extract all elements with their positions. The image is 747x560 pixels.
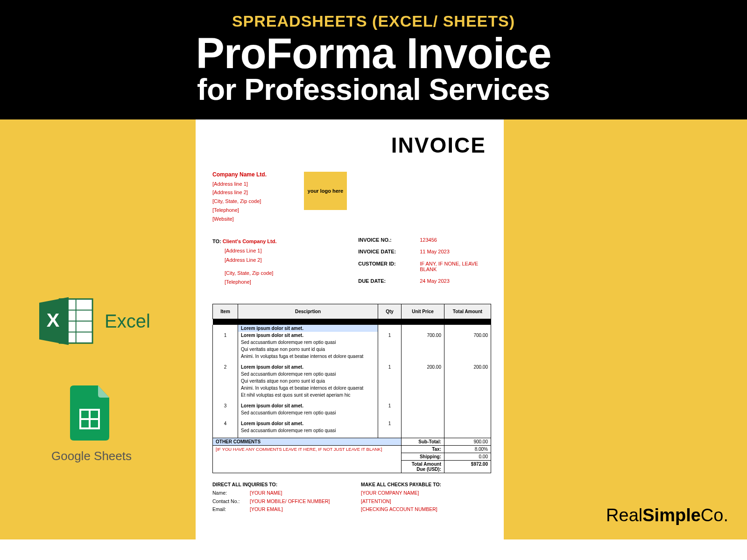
invdate-label: INVOICE DATE: [358, 249, 414, 258]
col-item: Item [213, 304, 238, 319]
brand-mark: RealSimpleCo. [606, 505, 728, 525]
col-desc: Desciprtion [238, 304, 378, 319]
custid-label: CUSTOMER ID: [358, 261, 414, 275]
table-row: Et nihil voluptas est quos sunt sit even… [213, 392, 491, 402]
items-table: Item Desciprtion Qty Unit Price Total Am… [212, 304, 491, 473]
table-row: Sed accusantium doloremque rem optio qua… [213, 409, 491, 420]
cell-qty: 1 [378, 364, 402, 371]
payable-attn: [ATTENTION] [361, 497, 491, 506]
company-block: Company Name Ltd. [Address line 1] [Addr… [212, 170, 267, 223]
col-price: Unit Price [402, 304, 444, 319]
invno-label: INVOICE NO.: [358, 237, 414, 246]
cell-desc: Lorem ipsum dolor sit amet. [238, 402, 378, 409]
table-row: Sed accusantium doloremque rem optio qua… [213, 371, 491, 378]
invdate-value: 11 May 2023 [420, 249, 491, 258]
client-tel: [Telephone] [212, 278, 358, 287]
company-web: [Website] [212, 215, 267, 224]
cell-price [402, 420, 444, 427]
cell-price [402, 402, 444, 409]
cell-item: 1 [213, 332, 238, 339]
inq-name-value: [YOUR NAME] [250, 489, 282, 497]
table-row: Sed accusantium doloremque rem optio qua… [213, 339, 491, 346]
company-addr2: [Address line 2] [212, 188, 267, 197]
company-name: Company Name Ltd. [212, 170, 267, 179]
cell-price: 700.00 [402, 332, 444, 339]
to-label: TO: [212, 237, 221, 246]
table-row: Qui veritatis atque non porro sunt id qu… [213, 346, 491, 353]
cell-total [444, 420, 491, 427]
totaldue-value: $972.00 [444, 460, 491, 473]
table-row: 2Lorem ipsum dolor sit amet.1200.00200.0… [213, 364, 491, 371]
hero-banner: SPREADSHEETS (EXCEL/ SHEETS) ProForma In… [0, 0, 747, 119]
cell-item: 3 [213, 402, 238, 409]
brand-co: Co. [701, 505, 728, 525]
table-row: 1Lorem ipsum dolor sit amet.1700.00700.0… [213, 332, 491, 339]
payable-block: MAKE ALL CHECKS PAYABLE TO: [YOUR COMPAN… [361, 482, 491, 514]
hero-eyebrow: SPREADSHEETS (EXCEL/ SHEETS) [0, 12, 747, 30]
cell-desc-line: Animi. In voluptas fuga et beatae intern… [238, 353, 378, 364]
shipping-label: Shipping: [402, 453, 444, 460]
svg-text:X: X [47, 309, 60, 331]
client-name: Client's Company Ltd. [223, 238, 277, 244]
table-row: Animi. In voluptas fuga et beatae intern… [213, 385, 491, 392]
cell-desc: Lorem ipsum dolor sit amet. [238, 332, 378, 339]
invno-value: 123456 [420, 237, 491, 246]
company-city: [City, State, Zip code] [212, 197, 267, 206]
client-city: [City, State, Zip code] [212, 269, 358, 278]
cell-desc-line: Sed accusantium doloremque rem optio qua… [238, 339, 378, 346]
table-row: 3Lorem ipsum dolor sit amet.1 [213, 402, 491, 409]
tax-label: Tax: [402, 445, 444, 453]
cell-qty: 1 [378, 420, 402, 427]
invoice-heading: INVOICE [212, 133, 491, 158]
excel-badge: X Excel [39, 296, 150, 346]
body-area: X Excel Google Sheets RealSimpleCo. INVO… [0, 119, 747, 539]
company-tel: [Telephone] [212, 206, 267, 215]
cell-desc-line: Sed accusantium doloremque rem optio qua… [238, 371, 378, 378]
inquiries-heading: DIRECT ALL INQUIRIES TO: [212, 482, 342, 487]
cell-qty: 1 [378, 332, 402, 339]
hero-title: ProForma Invoice [0, 33, 747, 74]
cell-desc: Lorem ipsum dolor sit amet. [238, 364, 378, 371]
subtotal-label: Sub-Total: [402, 438, 444, 445]
client-addr2: [Address Line 2] [212, 256, 358, 265]
brand-real: Real [606, 505, 642, 525]
table-row: Animi. In voluptas fuga et beatae intern… [213, 353, 491, 364]
table-row: 4Lorem ipsum dolor sit amet.1 [213, 420, 491, 427]
totaldue-label: Total Amount Due (USD): [402, 460, 444, 473]
subtotal-value: 900.00 [444, 438, 491, 445]
cell-price: 200.00 [402, 364, 444, 371]
table-row: Qui veritatis atque non porro sunt id qu… [213, 378, 491, 385]
inq-email-label: Email: [212, 505, 246, 514]
cell-desc-line: Sed accusantium doloremque rem optio qua… [238, 409, 378, 420]
cell-desc-line: Et nihil voluptas est quos sunt sit even… [238, 392, 378, 402]
cell-item: 4 [213, 420, 238, 427]
tax-value: 8.00% [444, 445, 491, 453]
payable-heading: MAKE ALL CHECKS PAYABLE TO: [361, 482, 491, 487]
company-addr1: [Address line 1] [212, 180, 267, 189]
cell-desc-line: Qui veritatis atque non porro sunt id qu… [238, 378, 378, 385]
excel-icon: X [39, 296, 94, 346]
invoice-meta: INVOICE NO.: 123456 INVOICE DATE: 11 May… [358, 237, 491, 287]
cell-total [444, 402, 491, 409]
inq-email-value: [YOUR EMAIL] [250, 505, 283, 514]
tax-row: [IF YOU HAVE ANY COMMENTS LEAVE IT HERE,… [213, 445, 491, 453]
cell-desc-line: Sed accusantium doloremque rem optio qua… [238, 427, 378, 438]
cell-total: 700.00 [444, 332, 491, 339]
cell-desc-line: Qui veritatis atque non porro sunt id qu… [238, 346, 378, 353]
comments-row: OTHER COMMENTS Sub-Total: 900.00 [213, 438, 491, 445]
col-qty: Qty [378, 304, 402, 319]
inq-name-label: Name: [212, 489, 246, 497]
sheets-badge: Google Sheets [51, 385, 132, 463]
sheets-label: Google Sheets [51, 449, 132, 463]
cell-total: 200.00 [444, 364, 491, 371]
table-row: Sed accusantium doloremque rem optio qua… [213, 427, 491, 438]
duedate-value: 24 May 2023 [420, 278, 491, 287]
cell-qty: 1 [378, 402, 402, 409]
excel-label: Excel [105, 311, 150, 332]
table-row: Lorem ipsum dolor sit amet. [213, 325, 491, 332]
cell-desc: Lorem ipsum dolor sit amet. [238, 420, 378, 427]
duedate-label: DUE DATE: [358, 278, 414, 287]
custid-value: IF ANY, IF NONE, LEAVE BLANK [420, 261, 491, 275]
shipping-value: 0.00 [444, 453, 491, 460]
sheets-icon [70, 385, 113, 441]
